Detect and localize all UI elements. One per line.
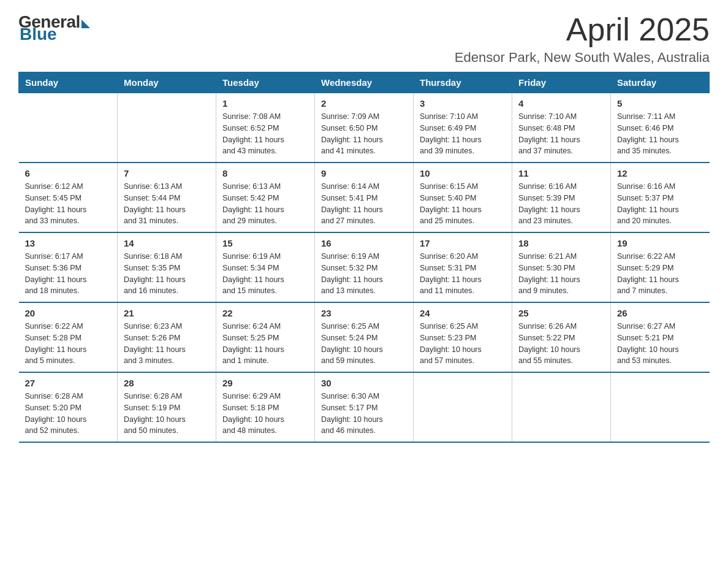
day-info: Sunrise: 7:08 AM Sunset: 6:52 PM Dayligh… <box>222 111 308 157</box>
calendar-table: SundayMondayTuesdayWednesdayThursdayFrid… <box>18 72 710 443</box>
weekday-header-friday: Friday <box>512 72 611 93</box>
day-info: Sunrise: 6:28 AM Sunset: 5:20 PM Dayligh… <box>25 391 112 437</box>
calendar-cell: 19Sunrise: 6:22 AM Sunset: 5:29 PM Dayli… <box>611 232 710 302</box>
day-number: 3 <box>420 98 506 109</box>
day-info: Sunrise: 6:18 AM Sunset: 5:35 PM Dayligh… <box>124 251 210 297</box>
logo-blue-text: Blue <box>20 25 57 44</box>
day-number: 15 <box>222 238 308 248</box>
day-number: 24 <box>420 308 506 318</box>
day-number: 21 <box>124 308 210 318</box>
day-info: Sunrise: 6:29 AM Sunset: 5:18 PM Dayligh… <box>222 391 308 437</box>
calendar-cell: 22Sunrise: 6:24 AM Sunset: 5:25 PM Dayli… <box>216 302 315 372</box>
day-number: 20 <box>25 308 112 318</box>
calendar-cell: 30Sunrise: 6:30 AM Sunset: 5:17 PM Dayli… <box>315 372 414 442</box>
day-info: Sunrise: 6:19 AM Sunset: 5:32 PM Dayligh… <box>321 251 407 297</box>
day-info: Sunrise: 7:10 AM Sunset: 6:49 PM Dayligh… <box>420 111 506 157</box>
day-number: 4 <box>518 98 604 109</box>
calendar-cell: 26Sunrise: 6:27 AM Sunset: 5:21 PM Dayli… <box>611 302 710 372</box>
calendar-cell: 27Sunrise: 6:28 AM Sunset: 5:20 PM Dayli… <box>19 372 118 442</box>
calendar-cell: 8Sunrise: 6:13 AM Sunset: 5:42 PM Daylig… <box>216 163 315 232</box>
calendar-cell: 29Sunrise: 6:29 AM Sunset: 5:18 PM Dayli… <box>216 372 315 442</box>
calendar-cell: 14Sunrise: 6:18 AM Sunset: 5:35 PM Dayli… <box>118 232 216 302</box>
day-number: 29 <box>222 378 308 388</box>
calendar-cell: 25Sunrise: 6:26 AM Sunset: 5:22 PM Dayli… <box>512 302 611 372</box>
title-block: April 2025 Edensor Park, New South Wales… <box>455 12 710 66</box>
day-info: Sunrise: 6:27 AM Sunset: 5:21 PM Dayligh… <box>617 321 703 367</box>
day-number: 6 <box>25 168 112 178</box>
day-number: 30 <box>321 378 407 388</box>
weekday-header-wednesday: Wednesday <box>315 72 414 93</box>
day-info: Sunrise: 6:21 AM Sunset: 5:30 PM Dayligh… <box>518 251 604 297</box>
location-title: Edensor Park, New South Wales, Australia <box>455 50 710 66</box>
calendar-cell <box>414 372 512 442</box>
day-number: 18 <box>518 238 604 248</box>
day-number: 12 <box>617 168 703 178</box>
day-info: Sunrise: 6:15 AM Sunset: 5:40 PM Dayligh… <box>420 181 506 227</box>
day-info: Sunrise: 6:20 AM Sunset: 5:31 PM Dayligh… <box>420 251 506 297</box>
calendar-cell: 15Sunrise: 6:19 AM Sunset: 5:34 PM Dayli… <box>216 232 315 302</box>
day-info: Sunrise: 6:13 AM Sunset: 5:42 PM Dayligh… <box>222 181 308 227</box>
day-number: 8 <box>222 168 308 178</box>
calendar-cell: 9Sunrise: 6:14 AM Sunset: 5:41 PM Daylig… <box>315 163 414 232</box>
day-number: 5 <box>617 98 703 109</box>
day-number: 17 <box>420 238 506 248</box>
day-number: 27 <box>25 378 112 388</box>
day-info: Sunrise: 6:25 AM Sunset: 5:24 PM Dayligh… <box>321 321 407 367</box>
day-info: Sunrise: 6:13 AM Sunset: 5:44 PM Dayligh… <box>124 181 210 227</box>
weekday-header-sunday: Sunday <box>19 72 118 93</box>
calendar-cell: 3Sunrise: 7:10 AM Sunset: 6:49 PM Daylig… <box>414 93 512 163</box>
calendar-cell: 17Sunrise: 6:20 AM Sunset: 5:31 PM Dayli… <box>414 232 512 302</box>
calendar-cell: 13Sunrise: 6:17 AM Sunset: 5:36 PM Dayli… <box>19 232 118 302</box>
month-title: April 2025 <box>455 12 710 47</box>
weekday-header-tuesday: Tuesday <box>216 72 315 93</box>
day-info: Sunrise: 6:23 AM Sunset: 5:26 PM Dayligh… <box>124 321 210 367</box>
day-info: Sunrise: 6:25 AM Sunset: 5:23 PM Dayligh… <box>420 321 506 367</box>
day-number: 2 <box>321 98 407 109</box>
weekday-header-thursday: Thursday <box>414 72 512 93</box>
day-number: 23 <box>321 308 407 318</box>
calendar-cell <box>118 93 216 163</box>
calendar-cell: 10Sunrise: 6:15 AM Sunset: 5:40 PM Dayli… <box>414 163 512 232</box>
day-number: 28 <box>124 378 210 388</box>
calendar-cell: 4Sunrise: 7:10 AM Sunset: 6:48 PM Daylig… <box>512 93 611 163</box>
calendar-week-row: 27Sunrise: 6:28 AM Sunset: 5:20 PM Dayli… <box>19 372 710 442</box>
calendar-week-row: 1Sunrise: 7:08 AM Sunset: 6:52 PM Daylig… <box>19 93 710 163</box>
calendar-header-row: SundayMondayTuesdayWednesdayThursdayFrid… <box>19 72 710 93</box>
calendar-cell: 5Sunrise: 7:11 AM Sunset: 6:46 PM Daylig… <box>611 93 710 163</box>
calendar-cell: 28Sunrise: 6:28 AM Sunset: 5:19 PM Dayli… <box>118 372 216 442</box>
day-info: Sunrise: 6:16 AM Sunset: 5:39 PM Dayligh… <box>518 181 604 227</box>
day-info: Sunrise: 6:22 AM Sunset: 5:29 PM Dayligh… <box>617 251 703 297</box>
calendar-week-row: 20Sunrise: 6:22 AM Sunset: 5:28 PM Dayli… <box>19 302 710 372</box>
calendar-cell: 2Sunrise: 7:09 AM Sunset: 6:50 PM Daylig… <box>315 93 414 163</box>
day-info: Sunrise: 6:12 AM Sunset: 5:45 PM Dayligh… <box>25 181 112 227</box>
calendar-cell: 23Sunrise: 6:25 AM Sunset: 5:24 PM Dayli… <box>315 302 414 372</box>
calendar-week-row: 13Sunrise: 6:17 AM Sunset: 5:36 PM Dayli… <box>19 232 710 302</box>
day-info: Sunrise: 6:28 AM Sunset: 5:19 PM Dayligh… <box>124 391 210 437</box>
day-info: Sunrise: 6:24 AM Sunset: 5:25 PM Dayligh… <box>222 321 308 367</box>
calendar-cell <box>19 93 118 163</box>
day-number: 14 <box>124 238 210 248</box>
calendar-cell: 21Sunrise: 6:23 AM Sunset: 5:26 PM Dayli… <box>118 302 216 372</box>
calendar-week-row: 6Sunrise: 6:12 AM Sunset: 5:45 PM Daylig… <box>19 163 710 232</box>
page-header: General Blue April 2025 Edensor Park, Ne… <box>18 12 710 66</box>
weekday-header-saturday: Saturday <box>611 72 710 93</box>
logo-arrow-icon <box>82 20 90 28</box>
day-number: 16 <box>321 238 407 248</box>
day-number: 1 <box>222 98 308 109</box>
day-info: Sunrise: 6:17 AM Sunset: 5:36 PM Dayligh… <box>25 251 112 297</box>
day-number: 19 <box>617 238 703 248</box>
day-info: Sunrise: 7:11 AM Sunset: 6:46 PM Dayligh… <box>617 111 703 157</box>
calendar-cell: 16Sunrise: 6:19 AM Sunset: 5:32 PM Dayli… <box>315 232 414 302</box>
calendar-cell: 12Sunrise: 6:16 AM Sunset: 5:37 PM Dayli… <box>611 163 710 232</box>
logo: General Blue <box>18 12 90 44</box>
calendar-cell: 24Sunrise: 6:25 AM Sunset: 5:23 PM Dayli… <box>414 302 512 372</box>
day-info: Sunrise: 6:14 AM Sunset: 5:41 PM Dayligh… <box>321 181 407 227</box>
day-info: Sunrise: 6:16 AM Sunset: 5:37 PM Dayligh… <box>617 181 703 227</box>
day-number: 10 <box>420 168 506 178</box>
calendar-cell: 7Sunrise: 6:13 AM Sunset: 5:44 PM Daylig… <box>118 163 216 232</box>
calendar-cell: 1Sunrise: 7:08 AM Sunset: 6:52 PM Daylig… <box>216 93 315 163</box>
day-info: Sunrise: 6:30 AM Sunset: 5:17 PM Dayligh… <box>321 391 407 437</box>
weekday-header-monday: Monday <box>118 72 216 93</box>
calendar-cell: 20Sunrise: 6:22 AM Sunset: 5:28 PM Dayli… <box>19 302 118 372</box>
day-info: Sunrise: 7:09 AM Sunset: 6:50 PM Dayligh… <box>321 111 407 157</box>
